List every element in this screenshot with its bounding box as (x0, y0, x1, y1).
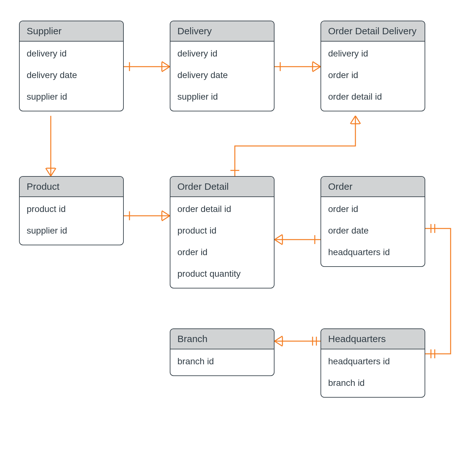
er-diagram-canvas: Supplier delivery id delivery date suppl… (0, 0, 476, 476)
entity-attrs: delivery id delivery date supplier id (170, 42, 274, 111)
svg-line-9 (51, 168, 56, 176)
entity-attr: delivery id (170, 43, 274, 64)
entity-attr: headquarters id (321, 351, 425, 372)
entity-attr: supplier id (20, 86, 123, 108)
svg-line-23 (274, 336, 282, 341)
svg-line-16 (274, 235, 282, 240)
entity-title: Product (20, 177, 123, 197)
entity-title: Order (321, 177, 425, 197)
svg-line-24 (274, 341, 282, 346)
entity-order-detail-delivery: Order Detail Delivery delivery id order … (321, 21, 425, 111)
entity-attr: order date (321, 220, 425, 241)
entity-title: Branch (170, 329, 274, 349)
entity-attrs: product id supplier id (20, 197, 123, 245)
entity-attr: order detail id (321, 86, 425, 108)
entity-title: Headquarters (321, 329, 425, 349)
entity-attrs: order id order date headquarters id (321, 197, 425, 266)
rel-hq-order (425, 228, 451, 354)
entity-attr: product id (20, 198, 123, 220)
entity-branch: Branch branch id (170, 328, 274, 376)
entity-delivery: Delivery delivery id delivery date suppl… (170, 21, 274, 111)
svg-line-12 (162, 211, 170, 216)
entity-attr: order id (321, 64, 425, 86)
entity-attr: product quantity (170, 263, 274, 285)
entity-attr: supplier id (20, 220, 123, 241)
entity-attr: delivery date (20, 64, 123, 86)
entity-order: Order order id order date headquarters i… (321, 176, 425, 267)
entity-title: Order Detail Delivery (321, 21, 425, 42)
entity-attr: delivery id (321, 43, 425, 64)
svg-line-17 (274, 240, 282, 245)
svg-line-13 (162, 216, 170, 221)
entity-supplier: Supplier delivery id delivery date suppl… (19, 21, 124, 111)
entity-attr: product id (170, 220, 274, 241)
entity-attr: supplier id (170, 86, 274, 108)
svg-line-8 (46, 168, 51, 176)
entity-attr: order id (321, 198, 425, 220)
entity-title: Delivery (170, 21, 274, 42)
svg-line-2 (162, 67, 170, 72)
entity-attr: branch id (170, 351, 274, 372)
entity-attrs: headquarters id branch id (321, 349, 425, 397)
svg-line-1 (162, 62, 170, 67)
entity-attr: order id (170, 241, 274, 263)
entity-attrs: order detail id product id order id prod… (170, 197, 274, 288)
entity-headquarters: Headquarters headquarters id branch id (321, 328, 425, 398)
entity-order-detail: Order Detail order detail id product id … (170, 176, 274, 288)
entity-attr: delivery id (20, 43, 123, 64)
entity-title: Supplier (20, 21, 123, 42)
entity-attrs: delivery id delivery date supplier id (20, 42, 123, 111)
entity-attr: branch id (321, 372, 425, 394)
svg-line-21 (355, 116, 360, 124)
svg-line-6 (313, 67, 321, 72)
entity-attrs: delivery id order id order detail id (321, 42, 425, 111)
entity-attr: delivery date (170, 64, 274, 86)
entity-attrs: branch id (170, 349, 274, 375)
svg-line-20 (350, 116, 355, 124)
rel-orderdetail-odd (235, 116, 355, 176)
entity-attr: headquarters id (321, 241, 425, 263)
entity-attr: order detail id (170, 198, 274, 220)
entity-title: Order Detail (170, 177, 274, 197)
entity-product: Product product id supplier id (19, 176, 124, 245)
svg-line-5 (313, 62, 321, 67)
